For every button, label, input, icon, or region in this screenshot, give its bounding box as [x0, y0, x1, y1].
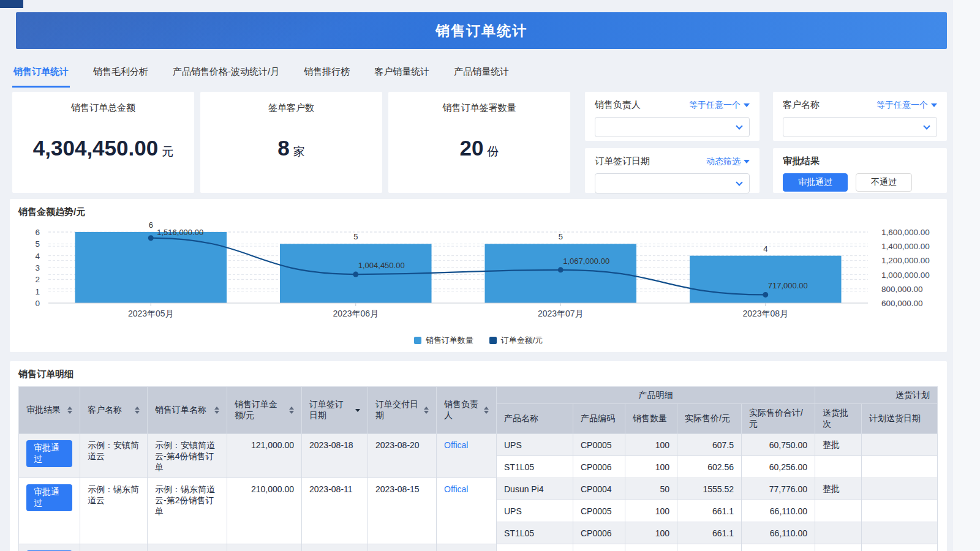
- order-detail-table: 审批结果客户名称销售订单名称销售订单金额/元订单签订日期订单交付日期销售负责人产…: [18, 386, 938, 551]
- tab-1[interactable]: 销售毛利分析: [92, 59, 149, 88]
- operator-selector[interactable]: 等于任意一个: [876, 100, 937, 111]
- price-total-cell: 66,110.00: [742, 500, 815, 522]
- batch-cell: [815, 456, 862, 478]
- svg-text:4: 4: [763, 244, 767, 253]
- product-code-cell: CP0005: [573, 434, 625, 456]
- plan-date-cell: [862, 434, 938, 456]
- legend-item-0[interactable]: 销售订单数量: [414, 335, 473, 346]
- svg-text:5: 5: [353, 232, 358, 241]
- legend-item-1[interactable]: 订单金额/元: [489, 335, 543, 346]
- svg-text:2023年07月: 2023年07月: [538, 309, 584, 318]
- svg-text:0: 0: [35, 299, 40, 308]
- batch-cell: [815, 522, 862, 544]
- approval-option-0[interactable]: 审批通过: [783, 173, 848, 192]
- approval-cell: 审批通过: [19, 544, 80, 551]
- price-cell: 602.56: [677, 456, 742, 478]
- tab-4[interactable]: 客户销量统计: [373, 59, 431, 88]
- sub-col-header-1: 产品编码: [573, 404, 625, 434]
- col-header-5[interactable]: 订单交付日期: [368, 387, 437, 434]
- approval-cell: 审批通过: [19, 478, 80, 544]
- sort-icon[interactable]: [355, 409, 360, 412]
- batch-cell: 整批: [815, 544, 862, 551]
- owner-cell: Offical: [437, 478, 497, 544]
- operator-label: 等于任意一个: [876, 100, 928, 111]
- sort-icon[interactable]: [67, 407, 72, 414]
- product-name-cell: UPS: [497, 434, 573, 456]
- price-total-cell: 142,000.00: [742, 544, 815, 551]
- caret-down-icon: [931, 103, 937, 107]
- sign-date-cell: 2023-08-08: [302, 544, 368, 551]
- batch-cell: [815, 500, 862, 522]
- sort-icon[interactable]: [289, 407, 294, 414]
- trend-chart: 65542023年05月2023年06月2023年07月2023年08月0123…: [48, 232, 868, 303]
- sales-trend-chart-card: 销售金额趋势/元 65542023年05月2023年06月2023年07月202…: [10, 199, 947, 352]
- page-banner: 销售订单统计: [16, 12, 947, 49]
- sign-date-select[interactable]: [595, 173, 750, 193]
- filter-panel: 销售负责人 等于任意一个 客户名称 等于任意一个 订单签订日期 动态筛选: [585, 92, 947, 193]
- col-header-3[interactable]: 销售订单金额/元: [227, 387, 302, 434]
- product-code-cell: CP0006: [573, 522, 625, 544]
- svg-text:2: 2: [35, 275, 40, 284]
- approval-button-group: 审批通过不通过: [783, 173, 937, 192]
- svg-text:717,000.00: 717,000.00: [768, 281, 808, 290]
- col-header-2[interactable]: 销售订单名称: [148, 387, 227, 434]
- filter-label: 订单签订日期: [595, 156, 650, 167]
- tab-0[interactable]: 销售订单统计: [12, 59, 70, 88]
- group-header-product: 产品明细: [497, 387, 815, 404]
- kpi-value: 4,304,450.00: [33, 136, 158, 160]
- chart-title: 销售金额趋势/元: [18, 206, 85, 218]
- filter-label: 销售负责人: [595, 99, 641, 111]
- deliver-date-cell: 2023-08-10: [368, 544, 437, 551]
- tab-5[interactable]: 产品销量统计: [453, 59, 510, 88]
- tab-3[interactable]: 销售排行榜: [303, 59, 351, 88]
- kpi-card-0: 销售订单总金额4,304,450.00元: [12, 92, 194, 193]
- operator-label: 等于任意一个: [689, 100, 741, 111]
- operator-selector[interactable]: 等于任意一个: [689, 100, 750, 111]
- sort-icon[interactable]: [214, 407, 219, 414]
- col-header-6[interactable]: 销售负责人: [437, 387, 497, 434]
- col-header-0[interactable]: 审批结果: [19, 387, 80, 434]
- svg-text:1,516,000.00: 1,516,000.00: [157, 228, 203, 237]
- plan-date-cell: [862, 456, 938, 478]
- legend-swatch-icon: [489, 337, 497, 344]
- kpi-row: 销售订单总金额4,304,450.00元签单客户数8家销售订单签署数量20份: [12, 92, 570, 193]
- svg-text:1,067,000.00: 1,067,000.00: [563, 257, 609, 266]
- sort-icon[interactable]: [424, 407, 429, 414]
- col-header-4[interactable]: 订单签订日期: [302, 387, 368, 434]
- svg-text:1,400,000.00: 1,400,000.00: [881, 242, 930, 251]
- tab-2[interactable]: 产品销售价格-波动统计/月: [172, 59, 281, 88]
- table-row: 审批通过示例：安镇简道云示例：安镇简道云-第4份销售订单121,000.0020…: [19, 434, 938, 456]
- operator-label: 动态筛选: [706, 156, 741, 167]
- product-name-cell: Dusun Pi4: [497, 478, 573, 500]
- product-code-cell: CP0006: [573, 456, 625, 478]
- approval-status-button[interactable]: 审批通过: [26, 440, 72, 467]
- sub-col-header-0: 产品名称: [497, 404, 573, 434]
- kpi-unit: 元: [162, 144, 173, 160]
- svg-text:3: 3: [35, 263, 40, 272]
- customer-name-select[interactable]: [783, 117, 937, 137]
- operator-selector[interactable]: 动态筛选: [706, 156, 750, 167]
- approval-option-1[interactable]: 不通过: [856, 173, 912, 192]
- approval-cell: 审批通过: [19, 434, 80, 478]
- sort-icon[interactable]: [484, 407, 489, 414]
- qty-cell: 50: [625, 478, 677, 500]
- sort-icon[interactable]: [135, 407, 140, 414]
- price-cell: 1555.52: [677, 478, 742, 500]
- col-header-1[interactable]: 客户名称: [80, 387, 148, 434]
- plan-date-cell: [862, 522, 938, 544]
- filter-label: 客户名称: [783, 99, 820, 111]
- batch-cell: 整批: [815, 434, 862, 456]
- sub-col-header-3: 实际售价/元: [677, 404, 742, 434]
- product-code-cell: CP0001: [573, 544, 625, 551]
- kpi-title: 销售订单签署数量: [443, 102, 516, 114]
- owner-link[interactable]: Offical: [444, 484, 468, 494]
- sales-owner-select[interactable]: [595, 117, 750, 137]
- approval-status-button[interactable]: 审批通过: [26, 484, 72, 511]
- price-cell: 661.1: [677, 522, 742, 544]
- svg-text:1,600,000.00: 1,600,000.00: [881, 228, 930, 237]
- order-amount-cell: 210,000.00: [227, 478, 302, 544]
- group-header-delivery: 送货计划: [815, 387, 938, 404]
- qty-cell: 100: [625, 434, 677, 456]
- customer-cell: 示例：安镇简道云: [80, 434, 148, 478]
- owner-link[interactable]: Offical: [444, 440, 468, 450]
